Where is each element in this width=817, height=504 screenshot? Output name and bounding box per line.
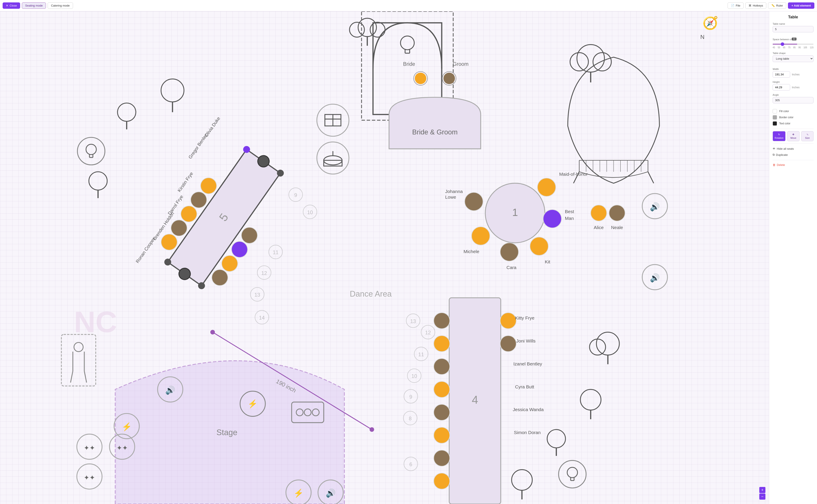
width-unit: Inches <box>792 73 800 76</box>
rotation-icon: ↻ <box>778 133 780 136</box>
divider-3 <box>773 160 814 160</box>
svg-text:🔊: 🔊 <box>326 488 336 498</box>
svg-text:Groom: Groom <box>453 61 469 67</box>
table-name-label: Table name <box>773 23 814 25</box>
move-button[interactable]: ✥ Move <box>787 131 800 141</box>
svg-point-177 <box>567 467 577 478</box>
table-name-input[interactable] <box>773 26 814 32</box>
svg-text:🔊: 🔊 <box>165 386 175 395</box>
hotkeys-button[interactable]: ⌘ Hotkeys <box>745 2 766 9</box>
seating-mode-label: Seating mode <box>25 4 43 7</box>
svg-text:12: 12 <box>425 330 431 335</box>
space-slider-container: 60 <box>773 42 814 45</box>
size-button[interactable]: ⤡ Size <box>801 131 814 141</box>
icon-sound-right2: 🔊 <box>642 264 667 290</box>
tree-top-right <box>570 45 611 82</box>
height-unit: Inches <box>792 86 800 89</box>
slider-labels: 45 55 65 75 85 95 105 115 <box>773 46 814 49</box>
duplicate-row[interactable]: ⧉ Duplicate <box>773 152 814 158</box>
zoom-controls: + − <box>759 487 765 500</box>
bride-groom-table: Bride & Groom Bride Groom <box>389 61 481 149</box>
svg-line-143 <box>648 172 654 183</box>
svg-point-38 <box>415 73 426 84</box>
svg-text:Stage: Stage <box>216 428 237 437</box>
svg-point-21 <box>512 470 532 490</box>
svg-text:Kitty Frye: Kitty Frye <box>515 315 534 320</box>
svg-text:🔊: 🔊 <box>650 202 660 212</box>
icon-lightbulb-right <box>559 461 586 488</box>
hide-seats-label: 👁 Hide all seats <box>773 147 794 150</box>
table-shape-select[interactable]: Long table Round table Square table <box>773 55 814 62</box>
slider-current-value: 60 <box>792 38 796 40</box>
catering-mode-button[interactable]: Catering mode <box>48 2 73 9</box>
svg-text:Neale: Neale <box>611 225 623 230</box>
add-element-button[interactable]: + Add element <box>788 2 814 9</box>
toolbar: ✕ Close Seating mode Catering mode 📄 Fil… <box>0 0 817 11</box>
angle-section: Angle <box>773 94 814 106</box>
ruler-icon: 📏 <box>771 4 775 7</box>
file-button[interactable]: 📄 File <box>728 2 744 9</box>
svg-text:Joni Wills: Joni Wills <box>516 338 535 343</box>
svg-point-89 <box>434 404 450 420</box>
tree-top-left <box>161 79 184 112</box>
space-slider[interactable] <box>773 44 814 45</box>
nc-watermark: NC <box>74 305 117 339</box>
svg-point-19 <box>547 429 565 448</box>
panel-title: Table <box>773 15 814 19</box>
rotation-button[interactable]: ↻ Rotation <box>773 131 786 141</box>
svg-point-33 <box>317 142 349 174</box>
file-label: File <box>736 4 740 7</box>
svg-text:13: 13 <box>410 318 416 324</box>
height-label: Height <box>773 81 814 83</box>
svg-text:🧭: 🧭 <box>702 16 718 31</box>
svg-text:⚡: ⚡ <box>248 399 258 409</box>
width-input[interactable] <box>773 71 790 78</box>
border-color-swatch[interactable] <box>773 115 777 120</box>
table-shape-section: Table shape Long table Round table Squar… <box>773 52 814 65</box>
ruler-button[interactable]: 📏 Ruler <box>768 2 786 9</box>
svg-point-55 <box>471 227 490 245</box>
svg-text:Bride & Groom: Bride & Groom <box>412 129 458 136</box>
height-input[interactable] <box>773 84 790 90</box>
svg-text:⚡: ⚡ <box>294 488 304 498</box>
text-color-swatch[interactable] <box>773 121 777 126</box>
zoom-in-button[interactable]: + <box>759 487 765 493</box>
svg-text:Maid-of-honor: Maid-of-honor <box>559 172 588 177</box>
delete-button[interactable]: 🗑 Delete <box>773 162 814 167</box>
hide-seats-row[interactable]: 👁 Hide all seats <box>773 146 814 152</box>
svg-text:Kirstin Frye: Kirstin Frye <box>177 171 194 193</box>
svg-text:N: N <box>700 34 704 40</box>
svg-point-90 <box>434 427 450 443</box>
table-1[interactable]: 1 Maid-of-honor Best Man <box>445 172 588 270</box>
svg-point-91 <box>434 450 450 466</box>
angle-input[interactable] <box>773 97 814 103</box>
svg-text:Cara: Cara <box>506 265 516 270</box>
colors-section: Fill color Border color Text color <box>773 109 814 126</box>
zoom-out-button[interactable]: − <box>759 494 765 500</box>
svg-text:13: 13 <box>254 292 260 298</box>
text-color-row: Text color <box>773 121 814 126</box>
svg-point-6 <box>118 103 136 121</box>
svg-point-17 <box>580 389 601 410</box>
canvas-area[interactable]: NC <box>0 11 769 504</box>
svg-text:10: 10 <box>411 373 417 379</box>
space-chairs-section: Space between chairs 60 45 55 65 75 85 9… <box>773 38 814 49</box>
close-button[interactable]: ✕ Close <box>3 2 20 9</box>
svg-point-87 <box>434 358 450 374</box>
border-color-label: Border color <box>779 116 793 119</box>
move-icon: ✥ <box>792 133 794 136</box>
svg-point-8 <box>89 172 107 190</box>
svg-text:Simon Doran: Simon Doran <box>514 430 541 435</box>
add-element-label: + Add element <box>791 4 811 7</box>
svg-text:Izanel Bentley: Izanel Bentley <box>513 361 542 366</box>
height-section: Height Inches <box>773 81 814 90</box>
seating-mode-button[interactable]: Seating mode <box>22 2 46 9</box>
width-section: Width Inches <box>773 68 814 78</box>
close-label: Close <box>10 4 17 7</box>
svg-point-176 <box>559 461 586 488</box>
svg-point-155 <box>609 205 625 221</box>
fill-color-swatch[interactable] <box>773 109 777 113</box>
svg-point-94 <box>500 335 516 351</box>
table-4[interactable]: 4 <box>434 298 516 504</box>
width-row: Inches <box>773 71 814 78</box>
